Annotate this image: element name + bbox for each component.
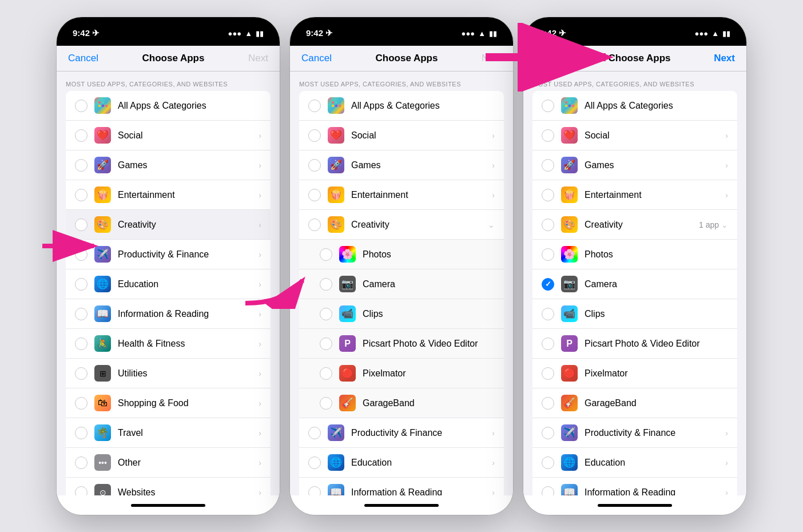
radio-creativity-2[interactable] [308,219,321,231]
next-button-3[interactable]: Next [714,53,735,64]
radio-pixelmator-3[interactable] [542,367,554,380]
item-label: Entertainment [118,190,259,200]
radio-other[interactable] [75,456,88,469]
radio-entertainment[interactable] [75,189,88,201]
list-item-creativity-3[interactable]: 🎨 Creativity 1 app ⌄ [532,210,737,240]
radio-camera-3[interactable] [542,278,554,291]
next-button-1[interactable]: Next [248,53,268,64]
list-item-clips[interactable]: 📹 Clips [299,299,504,329]
radio-photos[interactable] [320,248,332,261]
radio-entertainment-3[interactable] [542,189,554,201]
item-label: Games [351,160,492,170]
list-item[interactable]: ❤️ Social › [299,121,504,150]
list-item[interactable]: All Apps & Categories [299,91,504,121]
next-button-2[interactable]: Next [482,53,502,64]
radio-entertainment-2[interactable] [308,189,321,201]
list-item[interactable]: 🚀 Games › [532,150,737,180]
battery-icon-2: ▮▮ [489,29,497,38]
radio-pixelmator[interactable] [320,367,332,380]
list-item[interactable]: ✈️ Productivity & Finance › [532,418,737,448]
list-item-picsart-3[interactable]: P Picsart Photo & Video Editor [532,329,737,359]
list-item[interactable]: All Apps & Categories [66,91,271,121]
radio-all-3[interactable] [542,100,554,112]
list-item[interactable]: 🌐 Education › [299,448,504,478]
list-item-photos[interactable]: 🌸 Photos [299,240,504,269]
list-item[interactable]: 🌐 Education › [532,448,737,478]
cancel-button-2[interactable]: Cancel [301,53,332,64]
radio-all-2[interactable] [308,100,321,112]
list-item-camera[interactable]: 📷 Camera [299,269,504,299]
radio-reading[interactable] [75,308,88,320]
radio-reading-3[interactable] [542,486,554,496]
list-item-picsart[interactable]: P Picsart Photo & Video Editor [299,329,504,359]
radio-garageband[interactable] [320,397,332,410]
status-time-3: 9:42 ✈ [539,28,566,38]
radio-picsart-3[interactable] [542,338,554,350]
radio-social[interactable] [75,129,88,142]
radio-social-3[interactable] [542,129,554,142]
radio-productivity-3[interactable] [542,427,554,439]
radio-creativity[interactable] [75,219,88,231]
radio-games[interactable] [75,159,88,172]
list-item[interactable]: All Apps & Categories [532,91,737,121]
cancel-button-1[interactable]: Cancel [68,53,98,64]
radio-all[interactable] [75,100,88,112]
radio-social-2[interactable] [308,129,321,142]
list-item[interactable]: 📖 Information & Reading › [532,478,737,495]
list-item[interactable]: 🍿 Entertainment › [66,180,271,210]
list-item-creativity[interactable]: 🎨 Creativity › [66,210,271,240]
radio-websites[interactable] [75,486,88,496]
list-item[interactable]: ⊙ Websites › [66,478,271,495]
list-item[interactable]: 📖 Information & Reading › [299,478,504,495]
list-item[interactable]: 🍿 Entertainment › [532,180,737,210]
item-label-photos: Photos [363,249,495,260]
radio-photos-3[interactable] [542,248,554,261]
radio-education-2[interactable] [308,456,321,469]
app-icon-games-2: 🚀 [328,157,344,173]
radio-travel[interactable] [75,427,88,439]
radio-picsart[interactable] [320,338,332,350]
radio-education[interactable] [75,278,88,291]
list-item[interactable]: 🛍 Shopping & Food › [66,388,271,418]
radio-utilities[interactable] [75,367,88,380]
radio-games-2[interactable] [308,159,321,172]
list-item[interactable]: 🚴 Health & Fitness › [66,329,271,359]
svg-rect-19 [572,101,574,104]
radio-productivity[interactable] [75,248,88,261]
app-icon-other: ••• [94,454,111,471]
radio-education-3[interactable] [542,456,554,469]
list-item[interactable]: 📖 Information & Reading › [66,299,271,329]
list-item[interactable]: ✈️ Productivity & Finance › [299,418,504,448]
list-item-camera-3[interactable]: 📷 Camera [532,269,737,299]
radio-clips[interactable] [320,308,332,320]
radio-fitness[interactable] [75,338,88,350]
radio-productivity-2[interactable] [308,427,321,439]
list-item-photos-3[interactable]: 🌸 Photos [532,240,737,269]
list-item-pixelmator[interactable]: 🔴 Pixelmator [299,359,504,388]
radio-camera[interactable] [320,278,332,291]
list-item-garageband[interactable]: 🎸 GarageBand [299,388,504,418]
list-item[interactable]: 🚀 Games › [66,150,271,180]
list-item[interactable]: ✈️ Productivity & Finance › [66,240,271,269]
list-item[interactable]: ⊞ Utilities › [66,359,271,388]
list-item-pixelmator-3[interactable]: 🔴 Pixelmator [532,359,737,388]
list-item-creativity-2[interactable]: 🎨 Creativity ⌄ [299,210,504,240]
list-item-garageband-3[interactable]: 🎸 GarageBand [532,388,737,418]
app-icon-creativity: 🎨 [94,216,111,233]
list-item[interactable]: 🚀 Games › [299,150,504,180]
radio-reading-2[interactable] [308,486,321,496]
list-item[interactable]: 🌴 Travel › [66,418,271,448]
radio-garageband-3[interactable] [542,397,554,410]
home-indicator-3 [523,495,746,515]
list-item[interactable]: ••• Other › [66,448,271,478]
list-item-clips-3[interactable]: 📹 Clips [532,299,737,329]
list-item[interactable]: ❤️ Social › [532,121,737,150]
cancel-button-3[interactable]: Cancel [535,53,565,64]
list-item[interactable]: 🌐 Education › [66,269,271,299]
radio-clips-3[interactable] [542,308,554,320]
radio-creativity-3[interactable] [542,219,554,231]
list-item[interactable]: ❤️ Social › [66,121,271,150]
radio-shopping[interactable] [75,397,88,410]
list-item[interactable]: 🍿 Entertainment › [299,180,504,210]
radio-games-3[interactable] [542,159,554,172]
